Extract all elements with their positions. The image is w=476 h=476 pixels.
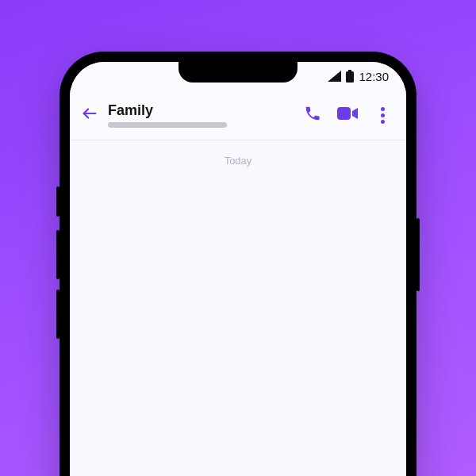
- phone-power-button: [416, 218, 420, 291]
- phone-volume-down: [56, 290, 60, 339]
- voice-call-button[interactable]: [297, 99, 328, 131]
- phone-volume-up: [56, 230, 60, 279]
- screen: 12:30 Family: [70, 62, 406, 476]
- video-call-button[interactable]: [332, 99, 363, 131]
- back-button[interactable]: [76, 102, 103, 129]
- chat-subtitle-placeholder: [108, 122, 227, 128]
- battery-icon: [346, 70, 354, 83]
- signal-icon: [328, 71, 341, 82]
- phone-frame: 12:30 Family: [60, 52, 416, 476]
- notch: [178, 62, 298, 83]
- more-vertical-icon: [381, 107, 385, 124]
- chat-title: Family: [108, 103, 294, 117]
- app-bar: Family: [70, 90, 406, 140]
- video-icon: [337, 106, 358, 125]
- arrow-left-icon: [81, 105, 98, 125]
- svg-rect-0: [348, 70, 351, 71]
- status-time: 12:30: [359, 70, 389, 83]
- date-separator: Today: [225, 155, 252, 167]
- background: 12:30 Family: [0, 0, 476, 476]
- phone-icon: [304, 105, 321, 125]
- svg-rect-3: [337, 107, 351, 120]
- chat-body[interactable]: Today: [70, 140, 406, 476]
- svg-rect-1: [346, 71, 354, 83]
- more-button[interactable]: [367, 99, 398, 131]
- phone-side-button: [56, 186, 60, 217]
- chat-title-block[interactable]: Family: [106, 103, 294, 128]
